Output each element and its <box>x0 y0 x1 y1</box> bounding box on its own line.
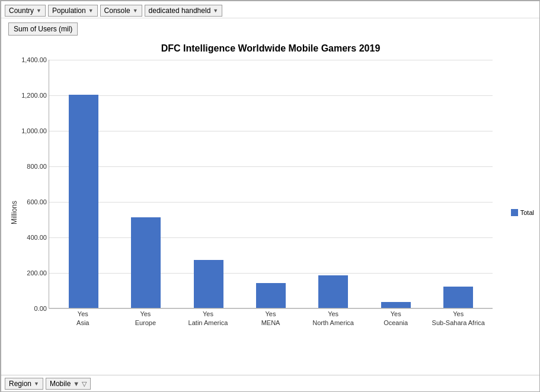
bar <box>256 283 286 308</box>
x-label: YesAsia <box>52 310 114 328</box>
bars-container <box>49 60 493 308</box>
handheld-arrow-icon: ▼ <box>213 8 218 14</box>
console-arrow-icon: ▼ <box>133 8 138 14</box>
mobile-filter-label: Mobile <box>50 380 71 388</box>
bar <box>194 260 223 308</box>
x-label: YesOceania <box>365 310 427 328</box>
country-filter-label: Country <box>9 7 34 15</box>
top-filters: Country ▼ Population ▼ Console ▼ dedicat… <box>1 1 540 18</box>
y-tick-label: 200.00 <box>27 269 47 277</box>
bar-group <box>114 217 177 308</box>
legend-label-total: Total <box>520 209 534 216</box>
chart-plot-area: 1,400.001,200.001,000.00800.00600.00400.… <box>49 60 493 309</box>
population-filter-label: Population <box>52 7 86 15</box>
mobile-filter-icon: ▼ <box>73 380 79 387</box>
bar <box>69 95 98 308</box>
bar-group <box>177 260 239 308</box>
bar-group <box>302 275 365 309</box>
legend: Total <box>511 209 534 216</box>
bar <box>443 287 473 308</box>
chart-title: DFC Intelligence Worldwide Mobile Gamers… <box>7 43 534 54</box>
console-filter[interactable]: Console ▼ <box>100 5 142 17</box>
x-label: YesNorth America <box>302 310 365 328</box>
bar <box>381 302 411 309</box>
country-arrow-icon: ▼ <box>36 8 41 14</box>
sum-label: Sum of Users (mil) <box>8 23 78 36</box>
bar-group <box>365 302 427 309</box>
sum-label-row: Sum of Users (mil) <box>1 18 540 40</box>
x-axis-labels: YesAsiaYesEuropeYesLatin AmericaYesMENAY… <box>49 310 493 328</box>
x-label: YesMENA <box>239 310 302 328</box>
legend-color-total <box>511 209 518 216</box>
handheld-filter[interactable]: dedicated handheld ▼ <box>145 5 223 17</box>
y-tick-label: 1,400.00 <box>21 56 47 63</box>
x-label: YesSub-Sahara Africa <box>427 310 490 328</box>
handheld-filter-label: dedicated handheld <box>149 7 211 15</box>
y-tick-label: 1,000.00 <box>21 127 47 134</box>
y-tick-label: 0.00 <box>34 305 47 312</box>
x-label: YesEurope <box>114 310 177 328</box>
bar <box>131 217 161 308</box>
bar <box>318 275 348 309</box>
bottom-filters: Region ▼ Mobile ▼ ▽ <box>1 375 540 392</box>
y-axis-label: Millions <box>7 60 19 365</box>
bar-group <box>52 95 114 308</box>
country-filter[interactable]: Country ▼ <box>5 5 46 17</box>
legend-item-total: Total <box>511 209 534 216</box>
region-arrow-icon: ▼ <box>34 381 39 387</box>
bar-group <box>427 287 490 308</box>
y-tick-label: 400.00 <box>27 234 47 241</box>
population-filter[interactable]: Population ▼ <box>48 5 98 17</box>
population-arrow-icon: ▼ <box>88 8 94 14</box>
mobile-filter-funnel: ▽ <box>82 380 87 388</box>
x-label: YesLatin America <box>177 310 239 328</box>
console-filter-label: Console <box>104 7 130 15</box>
y-tick-label: 800.00 <box>27 163 47 170</box>
region-filter[interactable]: Region ▼ <box>5 378 43 390</box>
y-tick-label: 600.00 <box>27 198 47 205</box>
mobile-filter[interactable]: Mobile ▼ ▽ <box>46 378 91 390</box>
region-filter-label: Region <box>9 380 31 388</box>
y-tick-label: 1,200.00 <box>21 92 47 99</box>
bar-group <box>239 283 302 308</box>
